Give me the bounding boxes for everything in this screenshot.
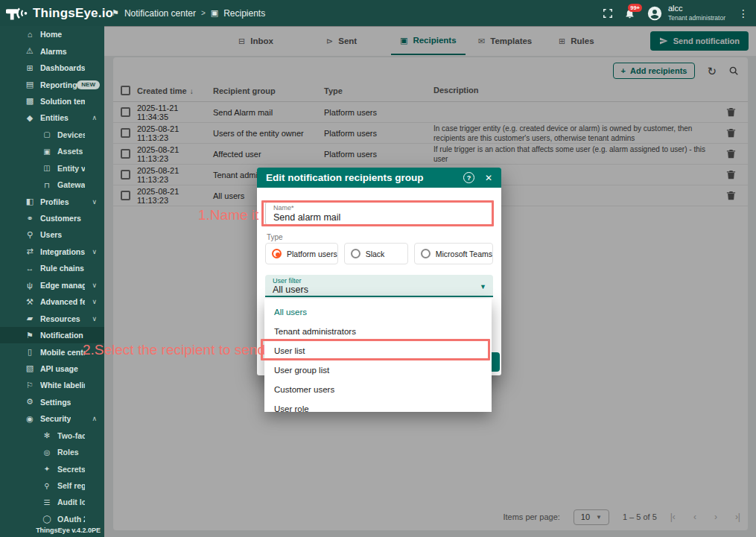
- app-version: ThingsEye v.4.2.0PE: [36, 527, 101, 534]
- sidebar-item-dashboards[interactable]: ⊞Dashboards: [0, 60, 104, 76]
- sidebar-item-roles[interactable]: ◎Roles: [0, 444, 104, 460]
- sidebar-item-assets[interactable]: ▣Assets: [0, 143, 104, 159]
- self-registration-icon: ⚲: [41, 482, 53, 490]
- chevron-down-icon: ∨: [92, 248, 97, 255]
- user-info: alcc Tenant administrator: [668, 4, 725, 22]
- notifications-bell-icon[interactable]: 99+: [624, 7, 635, 19]
- dashboards-icon: ⊞: [24, 63, 36, 73]
- help-icon[interactable]: ?: [463, 172, 474, 183]
- devices-icon: ▢: [41, 130, 53, 139]
- type-option-slack[interactable]: Slack: [344, 243, 408, 264]
- sidebar-item-home[interactable]: ⌂Home: [0, 26, 104, 42]
- sidebar-item-label: Mobile center: [40, 348, 85, 357]
- api-usage-icon: ▧: [24, 363, 36, 373]
- sidebar-item-notification-center[interactable]: ⚑Notification center: [0, 327, 104, 343]
- sidebar-item-label: Assets: [57, 147, 83, 156]
- sidebar-item-entities[interactable]: ◆Entities∧: [0, 109, 104, 126]
- sidebar-item-label: Resources: [40, 314, 80, 323]
- kebab-menu-icon[interactable]: ⋮: [737, 7, 750, 19]
- alarms-icon: ⚠: [24, 46, 36, 56]
- sidebar-item-integrations-center[interactable]: ⇄Integrations center∨: [0, 244, 104, 260]
- type-option-platform-users[interactable]: Platform users: [265, 243, 338, 264]
- sidebar-item-edge-management[interactable]: ψEdge management∨: [0, 277, 104, 293]
- sidebar-item-profiles[interactable]: ◧Profiles∨: [0, 193, 104, 209]
- notification-count-badge: 99+: [628, 4, 642, 12]
- breadcrumb-page[interactable]: Recipients: [223, 8, 265, 19]
- user-name: alcc: [668, 4, 725, 14]
- sidebar-item-label: Advanced features: [40, 297, 85, 306]
- sidebar-item-resources[interactable]: ▰Resources∨: [0, 310, 104, 326]
- sidebar-item-alarms[interactable]: ⚠Alarms: [0, 42, 104, 59]
- type-radio-group: Platform usersSlackMicrosoft Teams: [265, 243, 493, 264]
- profiles-icon: ◧: [24, 197, 36, 206]
- annotation-name-field-box: [261, 200, 494, 226]
- sidebar-item-audit-logs[interactable]: ☰Audit logs: [0, 494, 104, 510]
- type-option-label: Microsoft Teams: [436, 250, 492, 258]
- sidebar-item-devices[interactable]: ▢Devices: [0, 127, 104, 143]
- close-icon[interactable]: ✕: [485, 173, 492, 183]
- sidebar-item-label: Rule chains: [40, 264, 84, 273]
- sidebar-item-rule-chains[interactable]: ↔Rule chains: [0, 260, 104, 276]
- fullscreen-icon[interactable]: [603, 8, 613, 19]
- sidebar-item-solution-templates[interactable]: ▩Solution templates: [0, 93, 104, 109]
- mobile-center-icon: ▯: [24, 347, 36, 357]
- home-icon: ⌂: [24, 30, 36, 39]
- type-label: Type: [267, 233, 283, 241]
- advanced-features-icon: ⚒: [24, 297, 36, 307]
- sidebar-item-two-factor[interactable]: ✻Two-factor authenticati...: [0, 428, 104, 444]
- sidebar-item-label: Profiles: [40, 197, 69, 206]
- security-icon: ◉: [24, 414, 36, 424]
- sidebar-item-label: Edge management: [40, 281, 85, 290]
- white-labeling-icon: ⚐: [24, 381, 36, 390]
- rule-chains-icon: ↔: [24, 264, 36, 273]
- app-window: ThingsEye.io ⚑ Notification center > ▣ R…: [0, 0, 756, 537]
- sidebar-item-label: Reporting: [40, 80, 77, 89]
- dropdown-caret-icon: ▼: [480, 283, 486, 290]
- modal-header: Edit notification recipients group ? ✕: [257, 168, 501, 188]
- reporting-icon: ▤: [24, 80, 36, 89]
- recipients-breadcrumb-icon: ▣: [211, 8, 218, 18]
- header-actions: 99+ alcc Tenant administrator ⋮: [603, 0, 750, 26]
- sidebar-item-oauth[interactable]: ◯OAuth 2.0: [0, 511, 104, 527]
- type-option-label: Platform users: [287, 250, 337, 258]
- sidebar-item-label: Audit logs: [57, 498, 85, 506]
- sidebar-item-white-labeling[interactable]: ⚐White labeling: [0, 377, 104, 393]
- sidebar-item-settings[interactable]: ⚙Settings: [0, 394, 104, 410]
- user-filter-select[interactable]: User filter All users ▼: [265, 275, 493, 297]
- users-icon: ⚲: [24, 230, 36, 240]
- customers-icon: ⚭: [24, 214, 36, 223]
- sidebar-item-label: Entities: [40, 113, 69, 122]
- sidebar-item-api-usage[interactable]: ▧API usage: [0, 360, 104, 377]
- chevron-down-icon: ∨: [92, 198, 97, 206]
- sidebar-item-gateways[interactable]: ⊓Gateways: [0, 177, 104, 193]
- sidebar-item-secrets-storage[interactable]: ✦Secrets storage: [0, 460, 104, 477]
- sidebar-item-users[interactable]: ⚲Users: [0, 226, 104, 243]
- annotation-user-list-box: [261, 339, 490, 360]
- dropdown-option-customer-users[interactable]: Customer users: [264, 380, 492, 399]
- sidebar-nav: ⌂Home⚠Alarms⊞Dashboards▤ReportingNEW▩Sol…: [0, 26, 104, 537]
- type-option-microsoft-teams[interactable]: Microsoft Teams: [414, 243, 493, 264]
- gateways-icon: ⊓: [41, 181, 53, 189]
- sidebar-item-entity-views[interactable]: ◫Entity views: [0, 160, 104, 177]
- breadcrumb-separator: >: [201, 9, 206, 17]
- sidebar-item-advanced-features[interactable]: ⚒Advanced features∨: [0, 293, 104, 310]
- dropdown-option-user-role[interactable]: User role: [264, 399, 492, 412]
- resources-icon: ▰: [24, 314, 36, 323]
- chevron-down-icon: ∨: [92, 298, 97, 305]
- breadcrumb-section[interactable]: Notification center: [124, 8, 196, 19]
- annotation-step2-text: 2.Select the recipient to send: [83, 342, 265, 358]
- sidebar-item-label: Solution templates: [40, 97, 85, 106]
- user-menu[interactable]: alcc Tenant administrator: [647, 4, 725, 22]
- settings-icon: ⚙: [24, 397, 36, 407]
- user-role: Tenant administrator: [668, 14, 725, 22]
- sidebar-item-self-registration[interactable]: ⚲Self registration: [0, 477, 104, 494]
- dropdown-option-all-users[interactable]: All users: [264, 302, 492, 322]
- sidebar-item-customers[interactable]: ⚭Customers: [0, 210, 104, 226]
- dropdown-option-user-group-list[interactable]: User group list: [264, 360, 492, 380]
- sidebar-item-reporting[interactable]: ▤ReportingNEW: [0, 76, 104, 92]
- sidebar-item-security[interactable]: ◉Security∧: [0, 410, 104, 427]
- avatar-icon: [647, 5, 663, 22]
- app-logo[interactable]: ThingsEye.io: [0, 5, 112, 22]
- modal-title: Edit notification recipients group: [266, 172, 424, 183]
- sidebar-item-label: Settings: [40, 398, 71, 407]
